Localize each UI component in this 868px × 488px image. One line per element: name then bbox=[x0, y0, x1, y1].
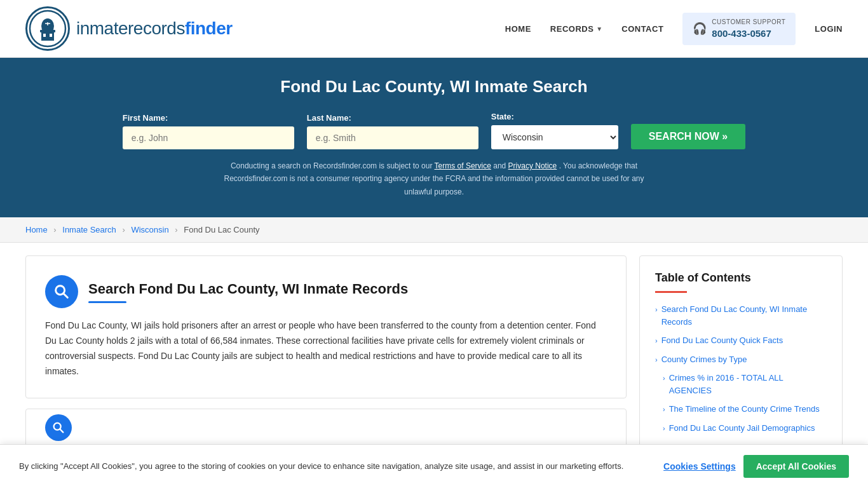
toc-label-2: County Crimes by Type bbox=[661, 353, 747, 366]
nav-home[interactable]: HOME bbox=[505, 24, 531, 34]
card-title-wrapper: Search Fond Du Lac County, WI Inmate Rec… bbox=[88, 281, 408, 303]
svg-line-11 bbox=[60, 430, 63, 433]
toc-chevron-icon-5: › bbox=[663, 423, 665, 434]
toc-link-2[interactable]: ›County Crimes by Type bbox=[655, 353, 827, 366]
toc-item-5: ›Fond Du Lac County Jail Demographics bbox=[655, 422, 827, 435]
card-title: Search Fond Du Lac County, WI Inmate Rec… bbox=[88, 281, 408, 297]
content-area: Search Fond Du Lac County, WI Inmate Rec… bbox=[25, 255, 639, 456]
cookie-text: By clicking "Accept All Cookies", you ag… bbox=[19, 460, 651, 469]
partial-card bbox=[25, 409, 627, 447]
nav-records[interactable]: RECORDS bbox=[550, 24, 594, 34]
toc-link-3[interactable]: ›Crimes % in 2016 - TOTAL ALL AGENCIES bbox=[663, 372, 827, 396]
toc-item-1: ›Fond Du Lac County Quick Facts bbox=[655, 334, 827, 347]
logo-icon bbox=[25, 6, 70, 51]
toc-list: ›Search Fond Du Lac County, WI Inmate Re… bbox=[655, 303, 827, 434]
state-select[interactable]: AlabamaAlaskaArizonaArkansasCaliforniaCo… bbox=[491, 125, 618, 149]
cookie-banner: By clicking "Accept All Cookies", you ag… bbox=[0, 444, 868, 469]
toc-title: Table of Contents bbox=[655, 271, 827, 285]
toc-label-1: Fond Du Lac County Quick Facts bbox=[661, 334, 783, 347]
first-name-input[interactable] bbox=[123, 126, 294, 149]
toc-label-4: The Timeline of the County Crime Trends bbox=[669, 403, 820, 416]
toc-label-3: Crimes % in 2016 - TOTAL ALL AGENCIES bbox=[669, 372, 827, 396]
main-container: Search Fond Du Lac County, WI Inmate Rec… bbox=[0, 243, 868, 469]
search-banner: Fond Du Lac County, WI Inmate Search Fir… bbox=[0, 58, 868, 217]
terms-link[interactable]: Terms of Service bbox=[435, 161, 491, 170]
cookie-settings-button[interactable]: Cookies Settings bbox=[663, 455, 736, 469]
records-chevron-icon: ▼ bbox=[596, 25, 602, 32]
first-name-group: First Name: bbox=[123, 113, 294, 149]
disclaimer-text: Conducting a search on Recordsfinder.com… bbox=[212, 159, 656, 198]
nav-records-group[interactable]: RECORDS ▼ bbox=[550, 24, 602, 34]
partial-card-icon bbox=[45, 414, 72, 441]
customer-support-box: 🎧 CUSTOMER SUPPORT 800-433-0567 bbox=[682, 13, 796, 45]
toc-chevron-icon-0: › bbox=[655, 304, 658, 315]
toc-link-0[interactable]: ›Search Fond Du Lac County, WI Inmate Re… bbox=[655, 303, 827, 328]
toc-item-3: ›Crimes % in 2016 - TOTAL ALL AGENCIES bbox=[655, 372, 827, 396]
cookie-buttons: Cookies Settings Accept All Cookies bbox=[663, 455, 849, 469]
support-phone: 800-433-0567 bbox=[712, 27, 785, 40]
search-banner-title: Fond Du Lac County, WI Inmate Search bbox=[25, 77, 843, 97]
headphone-icon: 🎧 bbox=[693, 22, 707, 36]
breadcrumb: Home › Inmate Search › Wisconsin › Fond … bbox=[0, 217, 868, 243]
toc-link-5[interactable]: ›Fond Du Lac County Jail Demographics bbox=[663, 422, 827, 435]
last-name-group: Last Name: bbox=[307, 113, 478, 149]
breadcrumb-separator-3: › bbox=[175, 225, 177, 234]
toc-card: Table of Contents ›Search Fond Du Lac Co… bbox=[639, 255, 843, 456]
svg-rect-4 bbox=[50, 34, 52, 37]
state-label: State: bbox=[491, 112, 618, 121]
first-name-label: First Name: bbox=[123, 113, 294, 123]
main-nav: HOME RECORDS ▼ CONTACT 🎧 CUSTOMER SUPPOR… bbox=[505, 13, 843, 45]
breadcrumb-current: Fond Du Lac County bbox=[184, 225, 259, 234]
last-name-label: Last Name: bbox=[307, 113, 478, 123]
sidebar: Table of Contents ›Search Fond Du Lac Co… bbox=[639, 255, 843, 456]
state-group: State: AlabamaAlaskaArizonaArkansasCalif… bbox=[491, 112, 618, 149]
toc-link-1[interactable]: ›Fond Du Lac County Quick Facts bbox=[655, 334, 827, 347]
support-label: CUSTOMER SUPPORT bbox=[712, 18, 785, 27]
svg-line-9 bbox=[64, 294, 67, 297]
toc-item-0: ›Search Fond Du Lac County, WI Inmate Re… bbox=[655, 303, 827, 328]
toc-item-2: ›County Crimes by Type bbox=[655, 353, 827, 366]
site-header: inmaterecordsfinder HOME RECORDS ▼ CONTA… bbox=[0, 0, 868, 58]
svg-rect-3 bbox=[43, 34, 46, 37]
card-body: Fond Du Lac County, WI jails hold prison… bbox=[45, 318, 607, 379]
main-content-card: Search Fond Du Lac County, WI Inmate Rec… bbox=[25, 255, 627, 398]
toc-label-0: Search Fond Du Lac County, WI Inmate Rec… bbox=[661, 303, 827, 328]
toc-chevron-icon-3: › bbox=[663, 373, 665, 384]
toc-chevron-icon-4: › bbox=[663, 404, 665, 415]
toc-link-4[interactable]: ›The Timeline of the County Crime Trends bbox=[663, 403, 827, 416]
toc-label-5: Fond Du Lac County Jail Demographics bbox=[669, 422, 815, 435]
card-body-text: Fond Du Lac County, WI jails hold prison… bbox=[45, 318, 607, 379]
breadcrumb-home[interactable]: Home bbox=[25, 225, 48, 234]
toc-chevron-icon-2: › bbox=[655, 355, 658, 365]
toc-divider bbox=[655, 291, 687, 293]
site-name: inmaterecordsfinder bbox=[76, 18, 233, 39]
search-form: First Name: Last Name: State: AlabamaAla… bbox=[25, 112, 843, 149]
search-button[interactable]: SEARCH NOW » bbox=[631, 124, 745, 149]
login-button[interactable]: LOGIN bbox=[815, 24, 843, 34]
toc-chevron-icon-1: › bbox=[655, 336, 658, 346]
card-title-area: Search Fond Du Lac County, WI Inmate Rec… bbox=[45, 275, 607, 308]
nav-contact[interactable]: CONTACT bbox=[621, 24, 663, 34]
title-underline bbox=[88, 301, 126, 303]
card-search-icon bbox=[45, 275, 78, 308]
svg-rect-5 bbox=[40, 30, 55, 32]
breadcrumb-wisconsin[interactable]: Wisconsin bbox=[131, 225, 168, 234]
privacy-link[interactable]: Privacy Notice bbox=[508, 161, 557, 170]
logo-area: inmaterecordsfinder bbox=[25, 6, 233, 51]
support-info: CUSTOMER SUPPORT 800-433-0567 bbox=[712, 18, 785, 40]
accept-cookies-button[interactable]: Accept All Cookies bbox=[743, 455, 849, 469]
toc-item-4: ›The Timeline of the County Crime Trends bbox=[655, 403, 827, 416]
breadcrumb-separator-1: › bbox=[53, 225, 56, 234]
breadcrumb-separator-2: › bbox=[122, 225, 125, 234]
breadcrumb-inmate-search[interactable]: Inmate Search bbox=[62, 225, 116, 234]
last-name-input[interactable] bbox=[307, 126, 478, 149]
